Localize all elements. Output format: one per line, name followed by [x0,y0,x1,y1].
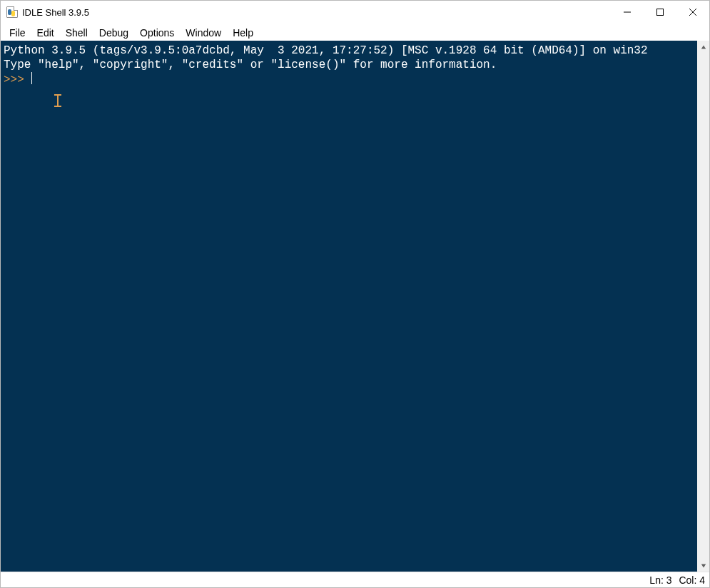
menu-options[interactable]: Options [134,26,180,40]
status-ln-value: 3 [666,574,672,586]
title-bar[interactable]: IDLE Shell 3.9.5 [1,1,709,24]
banner-line-1: Python 3.9.5 (tags/v3.9.5:0a7dcbd, May 3… [4,44,648,57]
shell-text-area[interactable]: Python 3.9.5 (tags/v3.9.5:0a7dcbd, May 3… [1,41,697,572]
status-col-value: 4 [699,574,705,586]
maximize-icon [656,9,664,16]
chevron-up-icon [701,44,706,50]
svg-marker-4 [701,45,705,49]
vertical-scrollbar[interactable] [697,41,709,572]
svg-marker-5 [701,564,705,567]
shell-container: Python 3.9.5 (tags/v3.9.5:0a7dcbd, May 3… [1,41,709,572]
scroll-down-button[interactable] [697,559,709,572]
shell-prompt: >>> [4,74,31,86]
chevron-down-icon [701,563,706,569]
status-bar: Ln: 3 Col: 4 [1,572,709,587]
maximize-button[interactable] [644,1,676,24]
idle-app-icon [6,6,18,18]
scroll-up-button[interactable] [697,41,709,53]
window-title: IDLE Shell 3.9.5 [22,7,89,18]
ibeam-cursor-icon [54,94,61,107]
menu-file[interactable]: File [4,26,31,40]
menu-shell[interactable]: Shell [60,26,93,40]
text-caret [31,72,32,84]
menu-bar: File Edit Shell Debug Options Window Hel… [1,24,709,41]
status-ln-label: Ln: [649,574,663,586]
menu-help[interactable]: Help [227,26,259,40]
close-icon [689,9,696,16]
minimize-icon [624,9,631,16]
menu-debug[interactable]: Debug [93,26,134,40]
scrollbar-track[interactable] [697,53,709,559]
menu-window[interactable]: Window [180,26,227,40]
status-col-label: Col: [679,574,696,586]
window-controls [611,1,709,24]
svg-rect-1 [657,9,664,16]
minimize-button[interactable] [611,1,644,24]
close-button[interactable] [676,1,709,24]
banner-line-2: Type "help", "copyright", "credits" or "… [4,59,497,71]
menu-edit[interactable]: Edit [31,26,60,40]
